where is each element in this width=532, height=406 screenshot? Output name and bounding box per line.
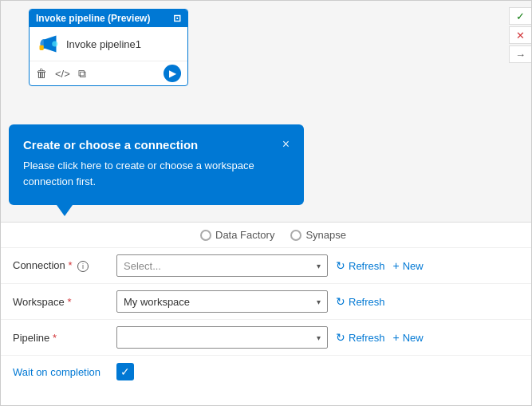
go-button[interactable]: ▶	[164, 65, 181, 82]
workspace-refresh-label: Refresh	[349, 296, 385, 308]
connection-control-wrapper: Select... ▾ ↻ Refresh + New	[116, 254, 519, 277]
svg-rect-2	[40, 45, 44, 50]
main-container: Invoke pipeline (Preview) ⊡ Invoke pipel…	[0, 0, 532, 406]
canvas-area: Invoke pipeline (Preview) ⊡ Invoke pipel…	[1, 1, 531, 224]
code-icon[interactable]: </>	[55, 68, 70, 80]
copy-icon[interactable]: ⧉	[78, 67, 86, 81]
wait-on-completion-row: Wait on completion ✓	[1, 356, 531, 388]
connection-refresh-button[interactable]: ↻ Refresh	[336, 259, 385, 272]
pipeline-card-header: Invoke pipeline (Preview) ⊡	[30, 10, 187, 27]
connection-select-placeholder: Select...	[124, 260, 161, 272]
pipeline-chevron-icon: ▾	[317, 333, 321, 342]
connection-label: Connection * i	[13, 259, 116, 272]
workspace-select[interactable]: My workspace ▾	[116, 290, 328, 313]
pipeline-card: Invoke pipeline (Preview) ⊡ Invoke pipel…	[29, 9, 188, 86]
open-external-icon[interactable]: ⊡	[173, 13, 181, 24]
workspace-chevron-icon: ▾	[317, 298, 321, 306]
side-icons-panel: ✓ ✕ →	[509, 7, 531, 63]
radio-data-factory-label: Data Factory	[215, 229, 274, 241]
radio-synapse-label: Synapse	[305, 229, 346, 241]
pipeline-card-actions: 🗑 </> ⧉ ▶	[30, 61, 187, 85]
connection-required: *	[68, 259, 72, 271]
pipeline-plus-icon: +	[393, 331, 400, 344]
pipeline-select[interactable]: ▾	[116, 326, 328, 349]
workspace-row: Workspace * My workspace ▾ ↻ Refresh	[1, 284, 531, 320]
check-side-icon[interactable]: ✓	[509, 7, 531, 25]
connection-chevron-icon: ▾	[317, 262, 321, 270]
wait-completion-label: Wait on completion	[13, 366, 116, 378]
tooltip-close-button[interactable]: ×	[282, 137, 290, 152]
radio-data-factory-circle	[200, 230, 211, 241]
pipeline-instance-name: Invoke pipeline1	[66, 38, 141, 50]
connection-tooltip: Create or choose a connection × Please c…	[9, 124, 304, 205]
workspace-select-value: My workspace	[124, 296, 190, 308]
connection-plus-icon: +	[393, 259, 400, 272]
pipeline-refresh-icon: ↻	[336, 331, 345, 344]
form-area: Data Factory Synapse Connection * i Sele…	[1, 222, 531, 405]
delete-icon[interactable]: 🗑	[36, 67, 47, 80]
svg-point-3	[52, 41, 57, 47]
connection-new-label: New	[403, 260, 424, 272]
connection-info-icon[interactable]: i	[77, 261, 89, 272]
tooltip-title-text: Create or choose a connection	[23, 138, 198, 152]
radio-data-factory[interactable]: Data Factory	[200, 229, 274, 241]
pipeline-card-body: Invoke pipeline1	[30, 27, 187, 61]
pipeline-new-label: New	[403, 332, 424, 344]
pipeline-new-button[interactable]: + New	[393, 331, 424, 344]
pipeline-refresh-button[interactable]: ↻ Refresh	[336, 331, 385, 344]
pipeline-required: *	[53, 332, 57, 344]
pipeline-activity-icon	[36, 32, 60, 56]
pipeline-card-title: Invoke pipeline (Preview)	[36, 13, 150, 24]
workspace-refresh-button[interactable]: ↻ Refresh	[336, 295, 385, 308]
cross-side-icon[interactable]: ✕	[509, 26, 531, 44]
checkmark-icon: ✓	[120, 365, 130, 378]
pipeline-row: Pipeline * ▾ ↻ Refresh + New	[1, 320, 531, 356]
connection-row: Connection * i Select... ▾ ↻ Refresh + N…	[1, 248, 531, 284]
workspace-label: Workspace *	[13, 296, 116, 308]
arrow-side-icon[interactable]: →	[509, 45, 531, 63]
workspace-required: *	[67, 296, 71, 308]
tooltip-title-row: Create or choose a connection ×	[23, 137, 290, 152]
workspace-refresh-icon: ↻	[336, 295, 345, 308]
connection-select[interactable]: Select... ▾	[116, 254, 328, 277]
radio-synapse[interactable]: Synapse	[290, 229, 346, 241]
workspace-control-wrapper: My workspace ▾ ↻ Refresh	[116, 290, 519, 313]
connection-new-button[interactable]: + New	[393, 259, 424, 272]
connection-refresh-icon: ↻	[336, 259, 345, 272]
pipeline-control-wrapper: ▾ ↻ Refresh + New	[116, 326, 519, 349]
radio-row: Data Factory Synapse	[1, 223, 531, 248]
pipeline-refresh-label: Refresh	[349, 332, 385, 344]
pipeline-label: Pipeline *	[13, 332, 116, 344]
radio-synapse-circle	[290, 230, 301, 241]
connection-refresh-label: Refresh	[349, 260, 385, 272]
tooltip-body-text[interactable]: Please click here to create or choose a …	[23, 158, 290, 189]
wait-completion-checkbox[interactable]: ✓	[116, 363, 134, 380]
